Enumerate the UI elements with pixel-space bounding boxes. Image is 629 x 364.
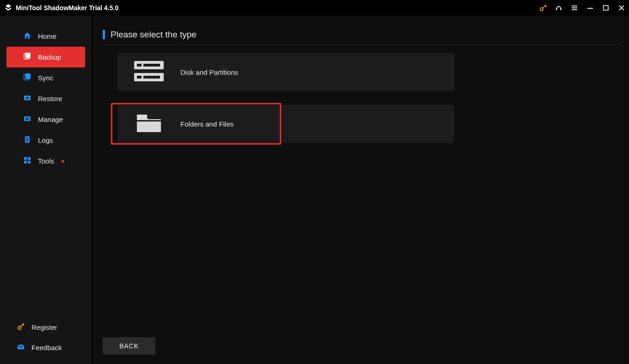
titlebar: MiniTool ShadowMaker Trial 4.5.0	[0, 0, 629, 16]
sidebar-item-label: Register	[31, 323, 57, 331]
sidebar-item-label: Manage	[38, 115, 63, 123]
sidebar-item-backup[interactable]: Backup	[6, 47, 85, 67]
svg-rect-1	[556, 8, 557, 10]
key-icon[interactable]	[539, 4, 547, 12]
sidebar-item-home[interactable]: Home	[6, 26, 85, 47]
sidebar-item-feedback[interactable]: Feedback	[0, 337, 92, 358]
titlebar-controls	[539, 4, 625, 12]
svg-rect-5	[572, 9, 577, 10]
svg-rect-32	[143, 76, 160, 79]
manage-icon	[23, 115, 31, 124]
key-icon	[17, 322, 25, 332]
svg-rect-14	[24, 116, 31, 121]
svg-rect-2	[561, 8, 562, 10]
sidebar-item-label: Home	[38, 32, 56, 40]
app-logo-icon	[5, 4, 12, 12]
option-label: Disk and Partitions	[180, 68, 238, 76]
svg-rect-23	[24, 161, 27, 164]
sidebar-item-label: Feedback	[31, 344, 62, 352]
svg-rect-18	[26, 138, 29, 138]
close-icon[interactable]	[618, 4, 625, 12]
maximize-icon[interactable]	[602, 4, 610, 12]
sync-icon	[23, 73, 31, 83]
sidebar-item-sync[interactable]: Sync	[6, 67, 85, 88]
svg-rect-31	[137, 76, 142, 79]
option-disk-and-partitions[interactable]: Disk and Partitions	[117, 53, 454, 91]
disk-icon	[132, 58, 166, 86]
svg-rect-9	[25, 53, 31, 58]
svg-rect-19	[26, 139, 29, 140]
sidebar-item-logs[interactable]: Logs	[6, 130, 85, 151]
svg-rect-24	[28, 161, 31, 164]
sidebar: Home Backup Sync Restore	[0, 16, 92, 364]
notification-dot-icon	[62, 160, 64, 163]
svg-rect-28	[137, 64, 142, 67]
svg-point-13	[26, 97, 29, 99]
svg-rect-11	[25, 73, 31, 79]
svg-rect-29	[143, 64, 160, 67]
sidebar-item-label: Sync	[38, 74, 53, 82]
page-header: Please select the type	[103, 30, 622, 45]
app-title-container: MiniTool ShadowMaker Trial 4.5.0	[5, 4, 118, 12]
svg-rect-7	[604, 6, 608, 10]
sidebar-item-tools[interactable]: Tools	[6, 151, 85, 171]
svg-rect-6	[587, 8, 593, 9]
restore-icon	[23, 94, 31, 103]
menu-icon[interactable]	[571, 4, 578, 12]
home-icon	[23, 31, 31, 41]
svg-rect-22	[28, 157, 31, 160]
sidebar-item-register[interactable]: Register	[0, 317, 92, 337]
svg-rect-21	[24, 157, 27, 160]
type-options: Disk and Partitions Folders and Files	[103, 53, 622, 144]
highlight-box	[111, 103, 281, 145]
sidebar-item-label: Logs	[38, 136, 53, 144]
option-folders-and-files[interactable]: Folders and Files	[117, 104, 454, 144]
mail-icon	[17, 343, 25, 352]
backup-icon	[23, 52, 31, 62]
app-title: MiniTool ShadowMaker Trial 4.5.0	[16, 4, 118, 12]
back-button[interactable]: BACK	[103, 337, 155, 355]
svg-rect-20	[26, 140, 29, 141]
support-icon[interactable]	[555, 4, 562, 12]
sidebar-item-label: Restore	[38, 95, 62, 103]
footer: BACK	[103, 328, 622, 355]
logs-icon	[23, 135, 31, 145]
sidebar-item-label: Backup	[38, 53, 61, 61]
svg-rect-4	[572, 7, 577, 8]
sidebar-item-label: Tools	[38, 157, 54, 165]
main-content: Please select the type Disk	[92, 16, 629, 364]
tools-icon	[23, 156, 31, 166]
svg-rect-15	[25, 118, 29, 119]
svg-rect-16	[25, 119, 29, 120]
header-accent-bar	[103, 30, 105, 39]
sidebar-item-manage[interactable]: Manage	[6, 109, 85, 130]
page-title: Please select the type	[111, 30, 197, 40]
svg-rect-3	[572, 6, 577, 6]
minimize-icon[interactable]	[586, 4, 594, 12]
sidebar-item-restore[interactable]: Restore	[6, 88, 85, 109]
